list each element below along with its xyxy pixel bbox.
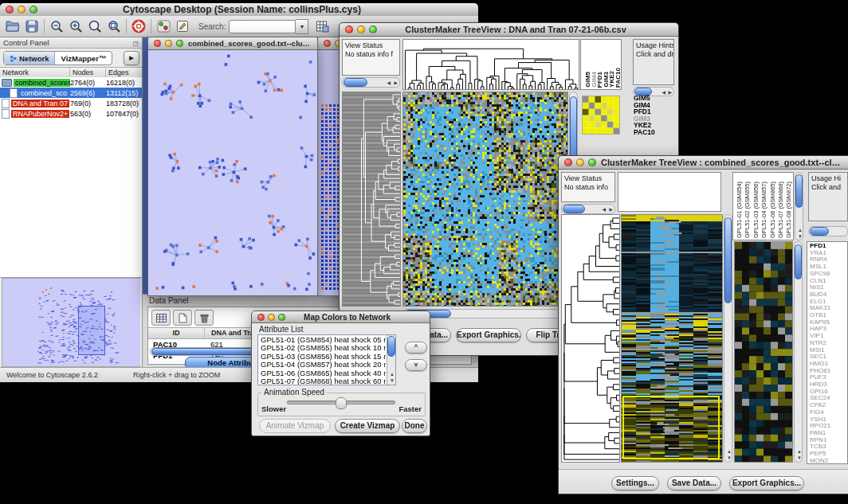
tv2-column-label: GPL51-08 (GSM872) bbox=[785, 182, 792, 238]
minimize-button[interactable] bbox=[268, 314, 275, 321]
minimize-button[interactable] bbox=[576, 158, 584, 166]
minimize-button[interactable] bbox=[18, 6, 26, 14]
attribute-list[interactable]: ▲▼ GPL51-01 (GSM854) heat shock 05 minGP… bbox=[257, 334, 396, 385]
attribute-list-item[interactable]: GPL51-07 (GSM868) heat shock 60 min bbox=[261, 377, 386, 385]
network-window-title: combined_scores_good.txt--cluste... bbox=[183, 39, 317, 48]
tv2-column-dendrogram[interactable] bbox=[618, 172, 721, 212]
close-button[interactable] bbox=[345, 25, 353, 33]
tv1-row-dendrogram[interactable] bbox=[342, 92, 401, 307]
save-session-button[interactable] bbox=[22, 18, 41, 35]
attribute-list-item[interactable]: GPL51-03 (GSM856) heat shock 15 min bbox=[261, 353, 386, 361]
desktop: Cytoscape Desktop (Session Name: collins… bbox=[0, 0, 848, 504]
map-dialog-title: Map Colors to Network bbox=[285, 313, 409, 322]
tv2-column-label: GPL51-06 (GSM865) bbox=[769, 182, 776, 238]
tab-vizmapper[interactable]: VizMapper™ bbox=[55, 52, 112, 64]
attribute-list-item[interactable]: GPL51-02 (GSM855) heat shock 10 min bbox=[261, 344, 386, 352]
tv2-settings-button[interactable]: Settings... bbox=[611, 476, 659, 490]
minimize-button[interactable] bbox=[357, 25, 365, 33]
tv1-column-dendrogram[interactable] bbox=[402, 39, 579, 90]
attribute-list-item[interactable]: GPL51-04 (GSM857) heat shock 20 min bbox=[261, 361, 386, 369]
control-panel: Control Panel ◳ Network VizMapper™ ▶ Net… bbox=[0, 37, 143, 368]
tv2-status-scrollbar[interactable]: ◀▶ bbox=[561, 204, 615, 214]
zoom-button[interactable] bbox=[588, 158, 596, 166]
attribute-list-scrollbar[interactable]: ▲▼ bbox=[387, 335, 395, 385]
move-up-button[interactable]: ^ bbox=[405, 342, 427, 354]
new-attribute-icon[interactable] bbox=[173, 310, 192, 326]
tv2-column-labels-scrollbar[interactable]: ▲▼ bbox=[795, 172, 803, 240]
vizmapper-icon[interactable] bbox=[154, 18, 173, 35]
tv2-column-label: GPL51-02 (GSM855) bbox=[744, 182, 751, 238]
network-list-row[interactable]: combined_sco2569(6)13112(15) bbox=[0, 88, 142, 98]
network-list-row[interactable]: combined_scores2764(0)16218(0) bbox=[0, 77, 142, 88]
tv1-export-graphics-button[interactable]: Export Graphics... bbox=[456, 328, 521, 342]
minimize-button[interactable] bbox=[165, 40, 172, 47]
slider-thumb[interactable] bbox=[336, 397, 347, 409]
annotation-icon[interactable] bbox=[173, 18, 192, 35]
search-label: Search: bbox=[198, 22, 226, 31]
animate-vizmap-button[interactable]: Animate Vizmap bbox=[259, 419, 331, 433]
tv1-mini-heatmap[interactable] bbox=[582, 96, 620, 135]
zoom-button[interactable] bbox=[29, 6, 37, 14]
help-icon[interactable] bbox=[129, 18, 148, 35]
gene-label[interactable]: MON2 bbox=[810, 458, 847, 464]
tv1-heatmap[interactable] bbox=[402, 92, 568, 307]
zoom-fit-icon[interactable] bbox=[85, 18, 104, 35]
import-table-icon[interactable] bbox=[312, 18, 332, 35]
tv2-usage-scrollbar[interactable] bbox=[808, 226, 848, 236]
tv2-column-label: GPL51-03 (GSM856) bbox=[752, 182, 760, 238]
close-button[interactable] bbox=[564, 158, 572, 166]
done-button[interactable]: Done bbox=[402, 419, 427, 433]
network-list: combined_scores2764(0)16218(0)combined_s… bbox=[0, 77, 142, 119]
tv2-gene-list[interactable]: PFD1YRA1RNR4MSL1SPC98CLN1NIS1BUD4ELG1MAK… bbox=[807, 241, 848, 464]
search-dropdown-button[interactable]: ▼ bbox=[296, 19, 308, 34]
attribute-list-item[interactable]: GPL51-06 (GSM865) heat shock 40 min bbox=[261, 369, 386, 377]
main-titlebar[interactable]: Cytoscape Desktop (Session Name: collins… bbox=[0, 3, 478, 17]
tv1-column-label: PAC10 bbox=[614, 68, 622, 88]
float-panel-icon[interactable]: ◳ bbox=[132, 38, 139, 49]
zoom-button[interactable] bbox=[176, 40, 183, 47]
animation-speed-group: Animation Speed Slower Faster bbox=[257, 393, 426, 416]
treeview1-title: ClusterMaker TreeView : DNA and Tran 07-… bbox=[377, 25, 654, 34]
status-welcome: Welcome to Cytoscape 2.6.2 bbox=[6, 372, 98, 379]
animation-speed-slider[interactable] bbox=[287, 400, 395, 404]
tab-overflow-button[interactable]: ▶ bbox=[124, 51, 139, 65]
zoom-out-icon[interactable] bbox=[47, 18, 66, 35]
zoom-selected-icon[interactable] bbox=[104, 18, 124, 35]
tv2-zoom-vscrollbar[interactable]: ▲▼ bbox=[794, 241, 803, 463]
tv1-usage-hints: Usage Hints Click and drag to bbox=[633, 39, 674, 85]
tv2-export-graphics-button[interactable]: Export Graphics... bbox=[729, 476, 804, 490]
network-list-row[interactable]: RNAPuberNov2+563(0)107847(0) bbox=[0, 108, 142, 119]
tv1-column-labels: GIM5GIM4PFD1GIM3YKE2PAC10 bbox=[580, 39, 622, 90]
attribute-table-icon[interactable] bbox=[151, 310, 171, 326]
tv1-status-scrollbar[interactable]: ◀▶ bbox=[342, 77, 400, 88]
tv2-save-data-button[interactable]: Save Data... bbox=[667, 476, 721, 490]
tab-network[interactable]: Network bbox=[4, 52, 55, 64]
network-canvas[interactable] bbox=[148, 50, 316, 295]
control-panel-title: Control Panel bbox=[3, 38, 49, 47]
tv1-row-label[interactable]: PAC10 bbox=[634, 129, 675, 136]
network-overview-panel[interactable] bbox=[2, 278, 140, 367]
move-down-button[interactable]: v bbox=[405, 359, 427, 371]
attribute-list-item[interactable]: GPL51-01 (GSM854) heat shock 05 min bbox=[261, 336, 386, 344]
create-vizmap-button[interactable]: Create Vizmap bbox=[335, 419, 400, 433]
close-button[interactable] bbox=[6, 6, 14, 14]
open-session-button[interactable] bbox=[3, 18, 22, 35]
doc-icon bbox=[2, 99, 10, 108]
network-list-row[interactable]: DNA and Tran 07769(0)183728(0) bbox=[0, 98, 142, 108]
treeview-window-combined: ClusterMaker TreeView : combined_scores_… bbox=[558, 155, 848, 494]
zoom-button[interactable] bbox=[278, 314, 285, 321]
close-button[interactable] bbox=[324, 40, 331, 47]
tv2-heatmap-vscrollbar[interactable]: ▲▼ bbox=[724, 214, 732, 463]
tv2-row-dendrogram[interactable] bbox=[561, 214, 620, 463]
search-input[interactable] bbox=[229, 20, 296, 33]
delete-attribute-icon[interactable] bbox=[194, 310, 214, 326]
tv2-zoom-heatmap[interactable] bbox=[734, 241, 793, 463]
tv2-heatmap[interactable] bbox=[621, 214, 723, 463]
folder-icon bbox=[2, 79, 12, 87]
zoom-in-icon[interactable] bbox=[66, 18, 85, 35]
zoom-button[interactable] bbox=[369, 25, 377, 33]
network-name: DNA and Tran 07 bbox=[11, 100, 69, 107]
treeview2-title: ClusterMaker TreeView : combined_scores_… bbox=[596, 158, 848, 167]
close-button[interactable] bbox=[257, 314, 265, 321]
close-button[interactable] bbox=[154, 40, 161, 47]
